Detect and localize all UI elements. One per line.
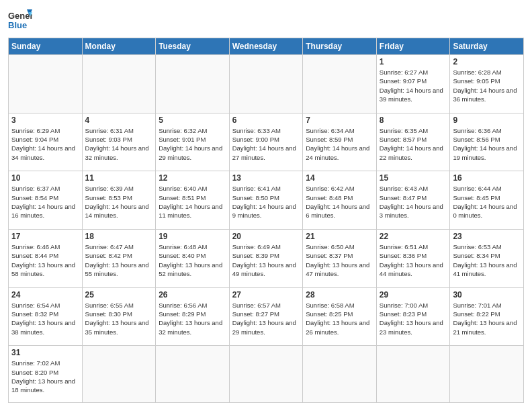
table-row (9, 55, 83, 113)
table-row: 26Sunrise: 6:56 AM Sunset: 8:29 PM Dayli… (156, 287, 230, 346)
calendar-header-row: Sunday Monday Tuesday Wednesday Thursday… (9, 38, 524, 55)
table-row: 7Sunrise: 6:34 AM Sunset: 8:59 PM Daylig… (303, 113, 377, 171)
col-saturday: Saturday (450, 38, 524, 55)
table-row: 19Sunrise: 6:48 AM Sunset: 8:40 PM Dayli… (156, 229, 230, 287)
day-number: 30 (453, 290, 521, 300)
table-row: 17Sunrise: 6:46 AM Sunset: 8:44 PM Dayli… (9, 229, 83, 287)
day-number: 3 (11, 116, 79, 125)
day-info: Sunrise: 6:53 AM Sunset: 8:34 PM Dayligh… (453, 242, 521, 278)
day-info: Sunrise: 6:55 AM Sunset: 8:30 PM Dayligh… (85, 301, 153, 336)
logo-svg: General Blue (8, 8, 32, 32)
table-row (376, 346, 450, 403)
day-number: 2 (453, 57, 521, 66)
page: General Blue Sunday Monday Tuesday Wedne… (0, 0, 532, 411)
table-row: 31Sunrise: 7:02 AM Sunset: 8:20 PM Dayli… (9, 346, 83, 403)
table-row: 6Sunrise: 6:33 AM Sunset: 9:00 PM Daylig… (229, 113, 303, 171)
day-info: Sunrise: 6:43 AM Sunset: 8:47 PM Dayligh… (380, 184, 447, 220)
day-number: 14 (306, 173, 373, 183)
day-number: 19 (159, 232, 226, 241)
day-number: 16 (453, 173, 521, 183)
table-row (229, 55, 303, 113)
day-number: 28 (306, 290, 373, 300)
day-number: 12 (159, 173, 226, 183)
logo: General Blue (8, 8, 32, 32)
svg-text:Blue: Blue (8, 20, 27, 30)
table-row: 16Sunrise: 6:44 AM Sunset: 8:45 PM Dayli… (450, 171, 524, 230)
table-row: 15Sunrise: 6:43 AM Sunset: 8:47 PM Dayli… (376, 171, 450, 230)
col-sunday: Sunday (9, 38, 83, 55)
day-info: Sunrise: 6:28 AM Sunset: 9:05 PM Dayligh… (453, 68, 521, 103)
table-row: 18Sunrise: 6:47 AM Sunset: 8:42 PM Dayli… (82, 229, 156, 287)
day-info: Sunrise: 7:00 AM Sunset: 8:23 PM Dayligh… (380, 301, 447, 336)
table-row: 1Sunrise: 6:27 AM Sunset: 9:07 PM Daylig… (376, 55, 450, 113)
day-number: 10 (11, 173, 79, 183)
day-info: Sunrise: 6:46 AM Sunset: 8:44 PM Dayligh… (11, 242, 79, 278)
table-row: 5Sunrise: 6:32 AM Sunset: 9:01 PM Daylig… (156, 113, 230, 171)
table-row (303, 55, 377, 113)
table-row (303, 346, 377, 403)
day-info: Sunrise: 6:42 AM Sunset: 8:48 PM Dayligh… (306, 184, 373, 220)
table-row (156, 346, 230, 403)
table-row: 20Sunrise: 6:49 AM Sunset: 8:39 PM Dayli… (229, 229, 303, 287)
table-row: 4Sunrise: 6:31 AM Sunset: 9:03 PM Daylig… (82, 113, 156, 171)
day-number: 18 (85, 232, 153, 241)
table-row: 29Sunrise: 7:00 AM Sunset: 8:23 PM Dayli… (376, 287, 450, 346)
day-info: Sunrise: 6:51 AM Sunset: 8:36 PM Dayligh… (380, 242, 447, 278)
day-number: 20 (232, 232, 300, 241)
day-number: 22 (380, 232, 447, 241)
day-number: 7 (306, 116, 373, 125)
day-info: Sunrise: 6:50 AM Sunset: 8:37 PM Dayligh… (306, 242, 373, 278)
day-number: 8 (380, 116, 447, 125)
day-number: 6 (232, 116, 300, 125)
day-info: Sunrise: 6:31 AM Sunset: 9:03 PM Dayligh… (85, 126, 153, 162)
table-row: 3Sunrise: 6:29 AM Sunset: 9:04 PM Daylig… (9, 113, 83, 171)
day-info: Sunrise: 6:54 AM Sunset: 8:32 PM Dayligh… (11, 301, 79, 336)
day-number: 26 (159, 290, 226, 300)
table-row (82, 346, 156, 403)
day-number: 31 (11, 348, 79, 357)
day-number: 15 (380, 173, 447, 183)
day-info: Sunrise: 6:33 AM Sunset: 9:00 PM Dayligh… (232, 126, 300, 162)
table-row: 8Sunrise: 6:35 AM Sunset: 8:57 PM Daylig… (376, 113, 450, 171)
day-info: Sunrise: 6:41 AM Sunset: 8:50 PM Dayligh… (232, 184, 300, 220)
day-info: Sunrise: 6:29 AM Sunset: 9:04 PM Dayligh… (11, 126, 79, 162)
day-info: Sunrise: 6:49 AM Sunset: 8:39 PM Dayligh… (232, 242, 300, 278)
day-number: 29 (380, 290, 447, 300)
col-wednesday: Wednesday (229, 38, 303, 55)
day-info: Sunrise: 6:40 AM Sunset: 8:51 PM Dayligh… (159, 184, 226, 220)
table-row: 12Sunrise: 6:40 AM Sunset: 8:51 PM Dayli… (156, 171, 230, 230)
day-number: 27 (232, 290, 300, 300)
day-number: 5 (159, 116, 226, 125)
day-info: Sunrise: 6:47 AM Sunset: 8:42 PM Dayligh… (85, 242, 153, 278)
day-number: 23 (453, 232, 521, 241)
col-monday: Monday (82, 38, 156, 55)
day-number: 13 (232, 173, 300, 183)
table-row: 10Sunrise: 6:37 AM Sunset: 8:54 PM Dayli… (9, 171, 83, 230)
table-row (450, 346, 524, 403)
day-info: Sunrise: 7:02 AM Sunset: 8:20 PM Dayligh… (11, 359, 79, 394)
day-info: Sunrise: 6:58 AM Sunset: 8:25 PM Dayligh… (306, 301, 373, 336)
day-number: 11 (85, 173, 153, 183)
calendar-table: Sunday Monday Tuesday Wednesday Thursday… (8, 38, 524, 403)
day-number: 21 (306, 232, 373, 241)
day-info: Sunrise: 6:39 AM Sunset: 8:53 PM Dayligh… (85, 184, 153, 220)
table-row: 2Sunrise: 6:28 AM Sunset: 9:05 PM Daylig… (450, 55, 524, 113)
table-row: 13Sunrise: 6:41 AM Sunset: 8:50 PM Dayli… (229, 171, 303, 230)
day-number: 9 (453, 116, 521, 125)
table-row: 11Sunrise: 6:39 AM Sunset: 8:53 PM Dayli… (82, 171, 156, 230)
day-info: Sunrise: 6:34 AM Sunset: 8:59 PM Dayligh… (306, 126, 373, 162)
day-info: Sunrise: 6:44 AM Sunset: 8:45 PM Dayligh… (453, 184, 521, 220)
table-row: 21Sunrise: 6:50 AM Sunset: 8:37 PM Dayli… (303, 229, 377, 287)
day-number: 24 (11, 290, 79, 300)
day-info: Sunrise: 6:56 AM Sunset: 8:29 PM Dayligh… (159, 301, 226, 336)
day-info: Sunrise: 6:48 AM Sunset: 8:40 PM Dayligh… (159, 242, 226, 278)
day-number: 17 (11, 232, 79, 241)
day-number: 4 (85, 116, 153, 125)
day-number: 25 (85, 290, 153, 300)
day-info: Sunrise: 7:01 AM Sunset: 8:22 PM Dayligh… (453, 301, 521, 336)
day-info: Sunrise: 6:57 AM Sunset: 8:27 PM Dayligh… (232, 301, 300, 336)
table-row: 28Sunrise: 6:58 AM Sunset: 8:25 PM Dayli… (303, 287, 377, 346)
day-info: Sunrise: 6:27 AM Sunset: 9:07 PM Dayligh… (380, 68, 447, 103)
table-row (156, 55, 230, 113)
day-info: Sunrise: 6:37 AM Sunset: 8:54 PM Dayligh… (11, 184, 79, 220)
